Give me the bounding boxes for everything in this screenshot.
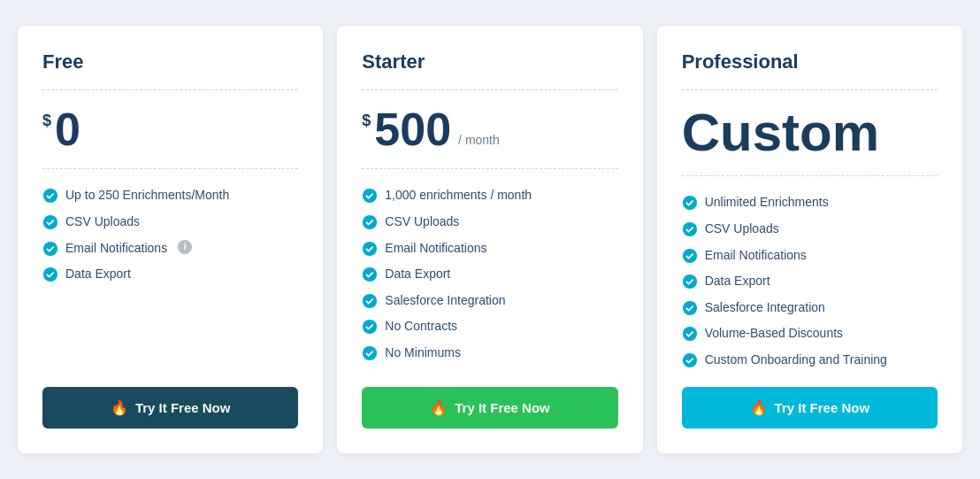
flame-icon: 🔥: [430, 399, 448, 416]
pricing-card-free: Free$0Up to 250 Enrichments/MonthCSV Upl…: [18, 26, 323, 452]
feature-item: No Minimums: [362, 344, 617, 362]
svg-point-12: [683, 222, 697, 236]
price-value: 500: [374, 106, 451, 152]
plan-name-professional: Professional: [682, 50, 938, 90]
check-icon: [362, 319, 378, 335]
feature-item: Email Notifications: [362, 240, 617, 258]
cta-button-professional[interactable]: 🔥Try It Free Now: [682, 387, 938, 429]
svg-point-13: [683, 249, 697, 263]
feature-text: CSV Uploads: [65, 213, 140, 231]
feature-text: No Minimums: [385, 344, 461, 362]
features-list-free: Up to 250 Enrichments/MonthCSV UploadsEm…: [42, 169, 298, 386]
feature-text: 1,000 enrichments / month: [385, 187, 532, 205]
plan-name-free: Free: [42, 50, 298, 90]
feature-text: Data Export: [65, 266, 131, 283]
svg-point-7: [363, 267, 377, 282]
check-icon: [682, 326, 698, 342]
svg-point-10: [363, 346, 377, 360]
check-icon: [42, 188, 58, 204]
feature-text: Salesforce Integration: [385, 292, 505, 310]
feature-item: Email Notifications: [682, 247, 938, 265]
svg-point-3: [43, 267, 57, 282]
cta-button-starter[interactable]: 🔥Try It Free Now: [362, 387, 617, 429]
svg-point-9: [363, 320, 377, 334]
info-icon[interactable]: i: [178, 240, 192, 254]
check-icon: [362, 214, 378, 230]
svg-point-17: [683, 353, 697, 367]
feature-text: Email Notifications: [705, 247, 807, 265]
svg-point-0: [43, 189, 57, 203]
feature-text: Data Export: [385, 266, 450, 283]
check-icon: [42, 267, 58, 282]
feature-item: Email Notificationsi: [42, 240, 298, 258]
feature-text: CSV Uploads: [705, 220, 779, 238]
feature-text: No Contracts: [385, 318, 457, 336]
feature-text: CSV Uploads: [385, 213, 459, 231]
feature-text: Salesforce Integration: [705, 299, 825, 317]
check-icon: [362, 241, 378, 257]
flame-icon: 🔥: [111, 399, 128, 416]
svg-point-8: [363, 294, 377, 308]
pricing-card-professional: ProfessionalCustomUnlimited EnrichmentsC…: [657, 26, 962, 452]
svg-point-11: [683, 196, 697, 210]
feature-text: Volume-Based Discounts: [705, 325, 843, 343]
svg-point-14: [683, 274, 697, 289]
plan-name-starter: Starter: [362, 50, 617, 90]
feature-item: Data Export: [682, 273, 938, 290]
feature-item: CSV Uploads: [42, 213, 298, 231]
check-icon: [42, 214, 58, 230]
feature-text: Data Export: [705, 273, 770, 290]
feature-item: Data Export: [362, 266, 617, 283]
svg-point-4: [363, 189, 377, 203]
svg-point-6: [363, 242, 377, 256]
svg-point-5: [363, 215, 377, 229]
check-icon: [682, 352, 698, 368]
check-icon: [682, 195, 698, 211]
feature-item: Salesforce Integration: [682, 299, 938, 317]
feature-text: Email Notifications: [65, 240, 167, 258]
price-currency: $: [362, 112, 371, 130]
price-currency: $: [42, 112, 51, 130]
check-icon: [362, 188, 378, 204]
feature-item: Custom Onboarding and Training: [682, 352, 938, 369]
feature-text: Up to 250 Enrichments/Month: [65, 187, 229, 205]
svg-point-1: [43, 215, 57, 229]
feature-item: Salesforce Integration: [362, 292, 617, 310]
feature-item: 1,000 enrichments / month: [362, 187, 617, 205]
pricing-card-starter: Starter$500/ month1,000 enrichments / mo…: [337, 26, 642, 452]
check-icon: [682, 248, 698, 264]
check-icon: [682, 300, 698, 316]
cta-label: Try It Free Now: [135, 400, 231, 415]
feature-item: No Contracts: [362, 318, 617, 336]
check-icon: [682, 274, 698, 290]
flame-icon: 🔥: [750, 399, 768, 416]
check-icon: [682, 221, 698, 237]
feature-item: Unlimited Enrichments: [682, 194, 938, 212]
cta-button-free[interactable]: 🔥Try It Free Now: [42, 387, 298, 429]
feature-item: CSV Uploads: [362, 213, 617, 231]
feature-text: Custom Onboarding and Training: [705, 352, 887, 369]
feature-text: Email Notifications: [385, 240, 486, 258]
price-section-professional: Custom: [682, 90, 938, 176]
cta-label: Try It Free Now: [455, 400, 550, 415]
pricing-container: Free$0Up to 250 Enrichments/MonthCSV Upl…: [18, 26, 962, 452]
check-icon: [362, 267, 378, 282]
price-value: 0: [55, 106, 80, 152]
svg-point-16: [683, 327, 697, 341]
price-custom: Custom: [682, 106, 879, 159]
check-icon: [362, 345, 378, 361]
check-icon: [42, 241, 58, 257]
check-icon: [362, 293, 378, 309]
feature-text: Unlimited Enrichments: [705, 194, 829, 212]
feature-item: Data Export: [42, 266, 298, 283]
price-period: / month: [458, 133, 500, 147]
svg-point-2: [43, 242, 57, 256]
feature-item: Volume-Based Discounts: [682, 325, 938, 343]
feature-item: CSV Uploads: [682, 220, 938, 238]
price-section-starter: $500/ month: [362, 90, 617, 169]
cta-label: Try It Free Now: [775, 400, 870, 415]
features-list-starter: 1,000 enrichments / monthCSV UploadsEmai…: [362, 169, 617, 386]
feature-item: Up to 250 Enrichments/Month: [42, 187, 298, 205]
features-list-professional: Unlimited EnrichmentsCSV UploadsEmail No…: [682, 176, 938, 386]
price-section-free: $0: [42, 90, 298, 169]
